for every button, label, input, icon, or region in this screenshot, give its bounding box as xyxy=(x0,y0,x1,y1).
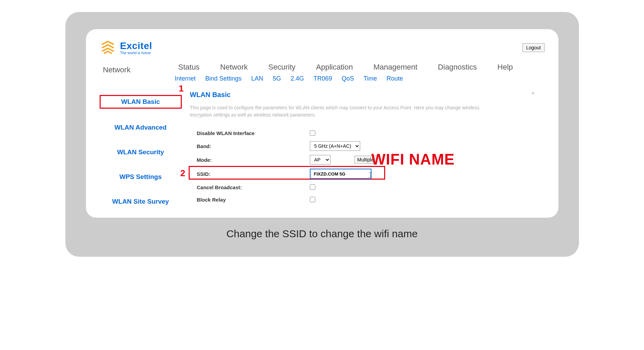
collapse-icon[interactable]: ^ xyxy=(532,92,534,98)
sidebar-item-wlan-site-survey[interactable]: WLAN Site Survey xyxy=(100,196,182,207)
panel-title: WLAN Basic xyxy=(190,91,545,99)
main-content: ^ WLAN Basic This page is used to config… xyxy=(182,91,545,207)
nav-section-label: Network xyxy=(100,63,175,74)
subtab-lan[interactable]: LAN xyxy=(251,75,263,82)
tab-help[interactable]: Help xyxy=(497,63,513,72)
ssid-input[interactable] xyxy=(310,169,371,179)
row-band: Band: 5 GHz (A+N+AC) xyxy=(190,139,545,153)
subtab-tr069[interactable]: TR069 xyxy=(314,75,332,82)
label-block-relay: Block Relay xyxy=(190,197,310,203)
select-band[interactable]: 5 GHz (A+N+AC) xyxy=(310,141,360,151)
tab-status[interactable]: Status xyxy=(178,63,200,72)
logout-button[interactable]: Logout xyxy=(522,43,545,52)
brand-name: Excitel xyxy=(120,40,152,51)
subtab-24g[interactable]: 2.4G xyxy=(291,75,304,82)
row-mode: Mode: AP Multiple WIFI NAME xyxy=(190,153,545,167)
sidebar-item-wlan-basic[interactable]: WLAN Basic xyxy=(100,95,182,109)
subtab-internet[interactable]: Internet xyxy=(175,75,196,82)
tutorial-caption: Change the SSID to change the wifi name xyxy=(86,218,558,243)
tutorial-frame: Excitel The world is home Logout Network… xyxy=(65,12,579,257)
label-cancel-broadcast: Cancel Broadcast: xyxy=(190,184,310,190)
tab-application[interactable]: Application xyxy=(316,63,353,72)
row-disable-wlan: Disable WLAN Interface xyxy=(190,127,545,139)
checkbox-disable-wlan[interactable] xyxy=(310,130,315,136)
subtab-time[interactable]: Time xyxy=(364,75,377,82)
excitel-logo-icon xyxy=(100,39,116,56)
tab-network[interactable]: Network xyxy=(220,63,248,72)
label-band: Band: xyxy=(190,143,310,149)
sidebar-item-wps-settings[interactable]: WPS Settings xyxy=(100,171,182,183)
row-ssid: SSID: ⌶ xyxy=(190,167,545,181)
subtab-bind-settings[interactable]: Bind Settings xyxy=(205,75,242,82)
row-cancel-broadcast: Cancel Broadcast: xyxy=(190,181,545,193)
nav-area: Network Status Network Security Applicat… xyxy=(100,63,545,82)
side-nav: 1 WLAN Basic WLAN Advanced WLAN Security… xyxy=(100,91,182,207)
label-disable-wlan: Disable WLAN Interface xyxy=(190,130,310,136)
annotation-number-2: 2 xyxy=(180,168,185,179)
content-row: 1 WLAN Basic WLAN Advanced WLAN Security… xyxy=(100,91,545,207)
checkbox-cancel-broadcast[interactable] xyxy=(310,184,315,190)
sidebar-item-wlan-advanced[interactable]: WLAN Advanced xyxy=(100,122,182,133)
logo-block: Excitel The world is home xyxy=(100,39,152,56)
sub-tabs: Internet Bind Settings LAN 5G 2.4G TR069… xyxy=(175,72,545,82)
sidebar-item-wlan-security[interactable]: WLAN Security xyxy=(100,146,182,158)
tab-diagnostics[interactable]: Diagnostics xyxy=(438,63,477,72)
brand-tagline: The world is home xyxy=(120,51,152,55)
checkbox-block-relay[interactable] xyxy=(310,197,315,202)
label-ssid: SSID: xyxy=(190,171,310,177)
annotation-wifi-name: WIFI NAME xyxy=(371,151,455,168)
router-admin-panel: Excitel The world is home Logout Network… xyxy=(86,29,558,218)
subtab-qos[interactable]: QoS xyxy=(342,75,354,82)
row-block-relay: Block Relay xyxy=(190,193,545,206)
top-tabs: Status Network Security Application Mana… xyxy=(175,63,545,72)
header: Excitel The world is home Logout xyxy=(100,36,545,63)
panel-description: This page is used to configure the param… xyxy=(190,104,498,119)
tab-management[interactable]: Management xyxy=(374,63,417,72)
select-mode[interactable]: AP xyxy=(310,155,330,165)
subtab-route[interactable]: Route xyxy=(387,75,403,82)
subtab-5g[interactable]: 5G xyxy=(273,75,281,82)
tab-security[interactable]: Security xyxy=(268,63,295,72)
label-mode: Mode: xyxy=(190,157,310,163)
